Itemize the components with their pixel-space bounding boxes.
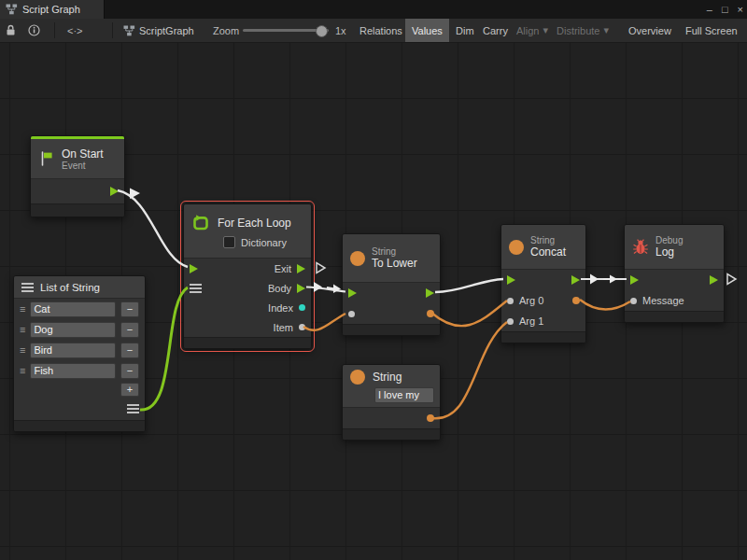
graph-name: ScriptGraph [139, 25, 194, 36]
node-string-literal[interactable]: String [342, 364, 441, 441]
value-output-port[interactable] [427, 414, 434, 422]
exit-flow-indicator [317, 263, 325, 273]
trigger-input-port[interactable] [190, 264, 198, 273]
graph-breadcrumb[interactable]: ScriptGraph [123, 19, 194, 42]
node-title: List of String [40, 282, 100, 293]
minimize-button[interactable]: – [707, 4, 712, 15]
arg1-input-port[interactable] [507, 318, 514, 325]
trigger-output-port[interactable] [426, 288, 434, 298]
remove-item-button[interactable]: − [120, 363, 139, 379]
drag-handle-icon[interactable]: ≡ [20, 303, 25, 315]
lock-button[interactable] [6, 19, 16, 42]
node-category: String [372, 246, 417, 257]
arg0-input-port[interactable] [507, 298, 514, 304]
close-button[interactable]: × [738, 4, 743, 15]
relations-button[interactable]: Relations [353, 19, 409, 42]
overview-button[interactable]: Overview [622, 19, 678, 42]
trigger-input-port[interactable] [348, 288, 357, 298]
node-category: Debug [655, 235, 683, 245]
inspector-button[interactable] [28, 19, 40, 42]
flow-arrow-icon [327, 287, 334, 289]
flow-arrow-icon [333, 285, 341, 294]
graph-canvas[interactable]: On Start Event List of String ≡ − [0, 42, 747, 560]
tab-script-graph[interactable]: Script Graph [0, 0, 105, 19]
titlebar: Script Graph – □ × [0, 0, 747, 19]
item-output-port[interactable] [299, 324, 305, 330]
trigger-input-port[interactable] [507, 275, 515, 285]
remove-item-button[interactable]: − [120, 301, 139, 317]
trigger-output-port[interactable] [110, 187, 119, 196]
node-footer [31, 203, 124, 217]
flag-icon [38, 150, 55, 167]
trigger-output-port[interactable] [571, 275, 580, 285]
wire-tolower-result-to-arg0[interactable] [431, 301, 507, 326]
code-view-button[interactable]: <·> [67, 19, 83, 42]
zoom-slider-knob[interactable] [316, 25, 328, 37]
graph-toolbar: <·> ScriptGraph Zoom 1x Relations [0, 19, 747, 43]
node-list-of-string[interactable]: List of String ≡ − ≡ − ≡ − ≡ − [13, 275, 146, 432]
trigger-output-port[interactable] [710, 275, 718, 285]
list-item-input[interactable] [30, 343, 116, 358]
wire-tolower-to-concat[interactable] [435, 279, 503, 292]
node-on-start[interactable]: On Start Event [30, 135, 125, 217]
add-item-button[interactable]: + [120, 383, 139, 397]
values-button[interactable]: Values [405, 19, 449, 42]
node-title: For Each Loop [218, 217, 291, 230]
list-item-input[interactable] [30, 363, 116, 379]
result-output-port[interactable] [572, 297, 580, 304]
maximize-button[interactable]: □ [722, 4, 728, 15]
lock-icon [6, 24, 16, 36]
collection-input-port[interactable] [190, 284, 202, 293]
drag-handle-icon[interactable]: ≡ [20, 365, 25, 376]
drag-handle-icon[interactable]: ≡ [20, 344, 25, 356]
zoom-slider-track[interactable] [243, 29, 329, 32]
list-item-row: ≡ − [14, 360, 145, 381]
node-title: String [373, 371, 402, 384]
drag-handle-icon[interactable]: ≡ [20, 324, 25, 335]
string-input-port[interactable] [348, 311, 355, 317]
toolbar-separator [112, 22, 113, 38]
carry-button[interactable]: Carry [476, 19, 514, 42]
distribute-dropdown[interactable]: Distribute ▾ [550, 19, 615, 42]
node-footer [14, 420, 145, 431]
body-label: Body [268, 283, 291, 294]
wire-literal-to-arg1[interactable] [431, 322, 507, 418]
body-output-port[interactable] [297, 284, 305, 293]
exit-output-port[interactable] [297, 264, 305, 273]
toolbar-separator [54, 22, 55, 38]
wire-concat-result-to-message[interactable] [580, 300, 630, 309]
result-output-port[interactable] [427, 310, 434, 317]
fullscreen-button[interactable]: Full Screen [679, 19, 744, 42]
node-string-to-lower[interactable]: String To Lower [342, 233, 441, 336]
wire-body-to-tolower[interactable] [306, 287, 345, 292]
string-value-input[interactable] [374, 387, 434, 403]
message-input-port[interactable] [630, 298, 637, 304]
event-accent-bar [31, 136, 124, 139]
index-output-port[interactable] [299, 304, 305, 311]
align-dropdown[interactable]: Align ▾ [510, 19, 555, 42]
list-output-port[interactable] [127, 404, 139, 413]
node-subtitle: Event [62, 161, 104, 171]
loop-icon [191, 214, 210, 232]
node-debug-log[interactable]: Debug Log Message [624, 224, 725, 323]
list-item-input[interactable] [30, 301, 116, 317]
node-footer [343, 324, 440, 335]
trigger-input-port[interactable] [630, 275, 639, 285]
zoom-label: Zoom [213, 19, 239, 42]
list-item-input[interactable] [30, 322, 116, 338]
chevron-down-icon: ▾ [543, 24, 548, 36]
node-title: Log [655, 245, 683, 259]
string-type-icon [509, 240, 524, 255]
dictionary-checkbox[interactable] [223, 236, 235, 248]
chevron-down-icon: ▾ [603, 24, 609, 36]
remove-item-button[interactable]: − [120, 322, 139, 338]
zoom-slider[interactable] [243, 19, 329, 42]
node-for-each-loop[interactable]: For Each Loop Dictionary Exit Body [183, 203, 312, 349]
wire-list-to-foreach[interactable] [140, 287, 188, 410]
node-string-concat[interactable]: String Concat Arg 0 Arg 1 [500, 224, 586, 343]
index-label: Index [268, 302, 293, 314]
string-type-icon [350, 251, 365, 266]
remove-item-button[interactable]: − [120, 343, 139, 358]
string-type-icon [350, 370, 365, 385]
wire-onstart-to-foreach[interactable] [118, 190, 188, 267]
